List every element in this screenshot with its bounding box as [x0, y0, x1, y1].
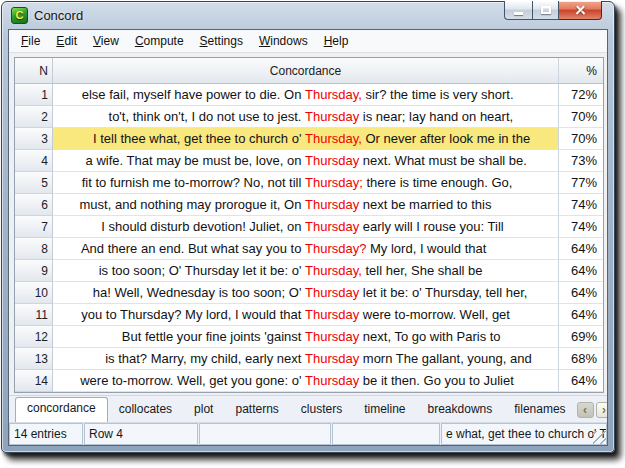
left-context: is that? Marry, my child, early next	[55, 351, 305, 366]
left-context: must, and nothing may prorogue it, On	[55, 197, 305, 212]
row-number[interactable]: 7	[15, 216, 53, 238]
table-row[interactable]: 9 is too soon; O' Thursday let it be: o'…	[15, 260, 603, 282]
percent-cell: 72%	[559, 84, 603, 106]
table-row[interactable]: 6 must, and nothing may prorogue it, On …	[15, 194, 603, 216]
tab-scroll-right-icon[interactable]: ›	[596, 402, 608, 418]
tab-bar: concordance collocates plot patterns clu…	[9, 395, 607, 422]
keyword: Thursday,	[305, 131, 362, 146]
concordance-cell[interactable]: is too soon; O' Thursday let it be: o' T…	[53, 260, 559, 282]
percent-cell: 74%	[559, 194, 603, 216]
concordance-cell[interactable]: you to Thursday? My lord, I would that T…	[53, 304, 559, 326]
close-button[interactable]	[559, 1, 602, 20]
row-number[interactable]: 2	[15, 106, 53, 128]
menu-edit[interactable]: Edit	[48, 31, 85, 51]
percent-cell: 64%	[559, 238, 603, 260]
row-number[interactable]: 5	[15, 172, 53, 194]
row-number[interactable]: 4	[15, 150, 53, 172]
table-row[interactable]: 7 I should disturb devotion! Juliet, on …	[15, 216, 603, 238]
row-number[interactable]: 1	[15, 84, 53, 106]
right-context: next. What must be shall be.	[359, 153, 558, 168]
maximize-button[interactable]	[532, 1, 559, 20]
column-header-percent[interactable]: %	[559, 58, 603, 84]
column-header-n[interactable]: N	[15, 58, 53, 84]
table-row[interactable]: 12 But fettle your fine joints 'gainst T…	[15, 326, 603, 348]
table-row[interactable]: 13 is that? Marry, my child, early next …	[15, 348, 603, 370]
column-header-concordance[interactable]: Concordance	[53, 58, 559, 84]
left-context: But fettle your fine joints 'gainst	[55, 329, 305, 344]
concordance-cell[interactable]: And there an end. But what say you to Th…	[53, 238, 559, 260]
concordance-cell[interactable]: ha! Well, Wednesday is too soon; O' Thur…	[53, 282, 559, 304]
concordance-cell-highlighted[interactable]: I tell thee what, get thee to church o' …	[53, 128, 559, 150]
table-row[interactable]: 11 you to Thursday? My lord, I would tha…	[15, 304, 603, 326]
menu-help[interactable]: Help	[316, 31, 357, 51]
keyword: Thursday	[305, 373, 359, 388]
concordance-cell[interactable]: were to-morrow. Well, get you gone: o' T…	[53, 370, 559, 392]
percent-cell: 69%	[559, 326, 603, 348]
right-context: is near; lay hand on heart,	[359, 109, 558, 124]
row-number[interactable]: 11	[15, 304, 53, 326]
keyword: Thursday	[305, 109, 359, 124]
titlebar[interactable]: C Concord	[8, 2, 608, 29]
concordance-cell[interactable]: I should disturb devotion! Juliet, on Th…	[53, 216, 559, 238]
menu-windows[interactable]: Windows	[251, 31, 316, 51]
row-number[interactable]: 3	[15, 128, 53, 150]
tab-filenames[interactable]: filenames	[503, 398, 576, 422]
menu-compute[interactable]: Compute	[127, 31, 192, 51]
tab-breakdowns[interactable]: breakdowns	[417, 398, 504, 422]
tab-clusters[interactable]: clusters	[290, 398, 353, 422]
left-context: is too soon; O' Thursday let it be: o'	[55, 263, 305, 278]
left-context: a wife. That may be must be, love, on	[55, 153, 305, 168]
tab-concordance[interactable]: concordance	[15, 397, 108, 422]
table-row[interactable]: 5 fit to furnish me to-morrow? No, not t…	[15, 172, 603, 194]
percent-cell: 64%	[559, 260, 603, 282]
percent-cell: 73%	[559, 150, 603, 172]
table-row[interactable]: 10 ha! Well, Wednesday is too soon; O' T…	[15, 282, 603, 304]
row-number[interactable]: 12	[15, 326, 53, 348]
percent-cell: 64%	[559, 370, 603, 392]
menu-settings[interactable]: Settings	[192, 31, 251, 51]
row-number[interactable]: 10	[15, 282, 53, 304]
tab-plot[interactable]: plot	[183, 398, 224, 422]
tab-patterns[interactable]: patterns	[224, 398, 289, 422]
row-number[interactable]: 14	[15, 370, 53, 392]
table-row[interactable]: 1 else fail, myself have power to die. O…	[15, 84, 603, 106]
percent-cell: 77%	[559, 172, 603, 194]
keyword: Thursday?	[305, 241, 366, 256]
table-row-selected[interactable]: 3 I tell thee what, get thee to church o…	[15, 128, 603, 150]
minimize-button[interactable]	[504, 1, 532, 20]
keyword: Thursday	[305, 153, 359, 168]
status-panel-empty-1	[199, 423, 331, 445]
concordance-cell[interactable]: else fail, myself have power to die. On …	[53, 84, 559, 106]
row-number[interactable]: 8	[15, 238, 53, 260]
tab-scroll-controls: ‹ ›	[577, 402, 608, 422]
table-row[interactable]: 14 were to-morrow. Well, get you gone: o…	[15, 370, 603, 392]
keyword: Thursday	[305, 307, 359, 322]
resize-grip[interactable]	[593, 431, 606, 444]
menu-view[interactable]: View	[85, 31, 127, 51]
tab-collocates[interactable]: collocates	[108, 398, 183, 422]
keyword: Thursday	[305, 285, 359, 300]
concordance-cell[interactable]: But fettle your fine joints 'gainst Thur…	[53, 326, 559, 348]
concordance-table: N Concordance % 1 else fail, myself have…	[14, 57, 604, 393]
concordance-cell[interactable]: must, and nothing may prorogue it, On Th…	[53, 194, 559, 216]
row-number[interactable]: 13	[15, 348, 53, 370]
right-context: next, To go with Paris to	[359, 329, 558, 344]
row-number[interactable]: 6	[15, 194, 53, 216]
right-context: there is time enough. Go,	[363, 175, 558, 190]
table-row[interactable]: 2 to't, think on't, I do not use to jest…	[15, 106, 603, 128]
menu-file[interactable]: File	[13, 31, 48, 51]
concordance-cell[interactable]: to't, think on't, I do not use to jest. …	[53, 106, 559, 128]
tab-timeline[interactable]: timeline	[353, 398, 416, 422]
left-context: ha! Well, Wednesday is too soon; O'	[55, 285, 305, 300]
row-number[interactable]: 9	[15, 260, 53, 282]
app-window: C Concord File Edit View Compute Setting…	[1, 1, 615, 453]
table-row[interactable]: 4 a wife. That may be must be, love, on …	[15, 150, 603, 172]
percent-cell: 74%	[559, 216, 603, 238]
tab-scroll-left-icon[interactable]: ‹	[577, 402, 594, 418]
concordance-cell[interactable]: is that? Marry, my child, early next Thu…	[53, 348, 559, 370]
window-body: File Edit View Compute Settings Windows …	[8, 29, 608, 446]
table-header-row: N Concordance %	[15, 58, 603, 84]
concordance-cell[interactable]: fit to furnish me to-morrow? No, not til…	[53, 172, 559, 194]
concordance-cell[interactable]: a wife. That may be must be, love, on Th…	[53, 150, 559, 172]
table-row[interactable]: 8 And there an end. But what say you to …	[15, 238, 603, 260]
